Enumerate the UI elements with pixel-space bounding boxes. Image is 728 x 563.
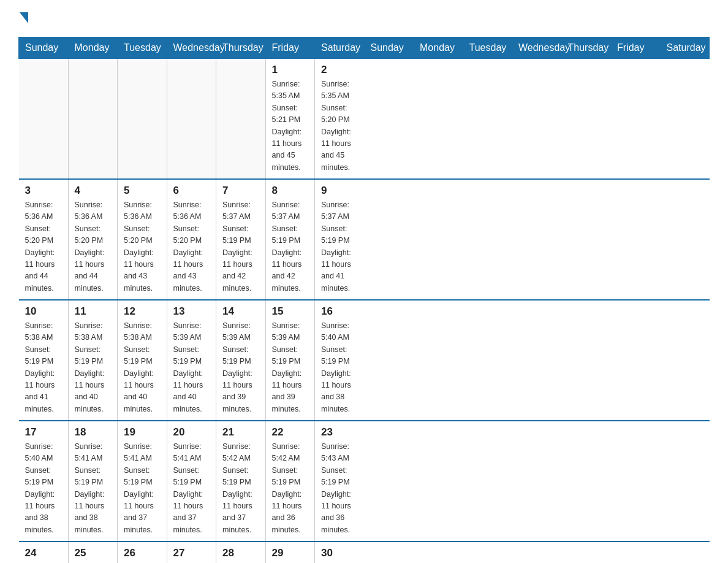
day-number: 13 [173,305,210,318]
calendar-cell: 1Sunrise: 5:35 AMSunset: 5:21 PMDaylight… [265,59,315,180]
col-header-sunday: Sunday [19,37,69,59]
calendar-cell: 17Sunrise: 5:40 AMSunset: 5:19 PMDayligh… [19,421,69,542]
col-header-thursday: Thursday [561,37,611,59]
calendar-cell: 4Sunrise: 5:36 AMSunset: 5:20 PMDaylight… [68,179,118,300]
day-info: Sunrise: 5:42 AMSunset: 5:19 PMDaylight:… [272,441,309,536]
calendar-cell: 20Sunrise: 5:41 AMSunset: 5:19 PMDayligh… [167,421,216,542]
calendar-cell: 6Sunrise: 5:36 AMSunset: 5:20 PMDaylight… [167,179,216,300]
calendar-cell: 28Sunrise: 5:45 AMSunset: 5:20 PMDayligh… [216,542,266,563]
calendar-cell [68,59,118,180]
calendar-week-row: 24Sunrise: 5:43 AMSunset: 5:19 PMDayligh… [19,542,710,563]
day-number: 5 [124,185,161,197]
day-number: 29 [272,547,309,559]
day-info: Sunrise: 5:39 AMSunset: 5:19 PMDaylight:… [222,320,259,415]
day-number: 17 [25,426,62,439]
day-info: Sunrise: 5:41 AMSunset: 5:19 PMDaylight:… [173,441,210,536]
calendar-cell: 8Sunrise: 5:37 AMSunset: 5:19 PMDaylight… [265,179,315,300]
col-header-tuesday: Tuesday [463,37,512,59]
day-number: 20 [173,426,210,439]
calendar-cell: 11Sunrise: 5:38 AMSunset: 5:19 PMDayligh… [68,300,118,421]
day-number: 11 [75,305,112,318]
day-info: Sunrise: 5:38 AMSunset: 5:19 PMDaylight:… [25,320,62,415]
day-number: 21 [222,426,259,439]
day-number: 1 [272,64,309,76]
col-header-wednesday: Wednesday [512,37,562,59]
calendar-cell: 14Sunrise: 5:39 AMSunset: 5:19 PMDayligh… [216,300,266,421]
col-header-saturday: Saturday [315,37,365,59]
day-number: 7 [222,185,259,197]
calendar-cell: 13Sunrise: 5:39 AMSunset: 5:19 PMDayligh… [167,300,216,421]
day-number: 16 [321,305,358,318]
col-header-thursday: Thursday [216,37,266,59]
calendar-cell: 26Sunrise: 5:44 AMSunset: 5:19 PMDayligh… [118,542,167,563]
day-info: Sunrise: 5:38 AMSunset: 5:19 PMDaylight:… [75,320,112,415]
calendar-cell: 7Sunrise: 5:37 AMSunset: 5:19 PMDaylight… [216,179,266,300]
day-info: Sunrise: 5:41 AMSunset: 5:19 PMDaylight:… [75,441,112,536]
calendar-cell: 12Sunrise: 5:38 AMSunset: 5:19 PMDayligh… [118,300,167,421]
day-info: Sunrise: 5:37 AMSunset: 5:19 PMDaylight:… [222,199,259,294]
page-header [18,12,710,26]
day-info: Sunrise: 5:40 AMSunset: 5:19 PMDaylight:… [321,320,358,415]
calendar-week-row: 1Sunrise: 5:35 AMSunset: 5:21 PMDaylight… [19,59,710,180]
calendar-cell: 21Sunrise: 5:42 AMSunset: 5:19 PMDayligh… [216,421,266,542]
day-info: Sunrise: 5:35 AMSunset: 5:20 PMDaylight:… [321,79,358,174]
day-info: Sunrise: 5:35 AMSunset: 5:21 PMDaylight:… [272,79,309,174]
calendar-cell: 5Sunrise: 5:36 AMSunset: 5:20 PMDaylight… [118,179,167,300]
day-number: 8 [272,185,309,197]
calendar-cell: 19Sunrise: 5:41 AMSunset: 5:19 PMDayligh… [118,421,167,542]
day-number: 24 [25,547,62,559]
logo-triangle-icon [20,12,28,23]
day-info: Sunrise: 5:37 AMSunset: 5:19 PMDaylight:… [321,199,358,294]
col-header-monday: Monday [68,37,118,59]
calendar-header-row: SundayMondayTuesdayWednesdayThursdayFrid… [19,37,710,59]
day-number: 23 [321,426,358,439]
logo [18,12,28,26]
calendar-cell: 3Sunrise: 5:36 AMSunset: 5:20 PMDaylight… [19,179,69,300]
day-number: 10 [25,305,62,318]
day-number: 30 [321,547,358,559]
col-header-friday: Friday [611,37,661,59]
col-header-sunday: Sunday [364,37,414,59]
day-number: 28 [222,547,259,559]
day-info: Sunrise: 5:42 AMSunset: 5:19 PMDaylight:… [222,441,259,536]
col-header-monday: Monday [414,37,463,59]
col-header-tuesday: Tuesday [118,37,167,59]
day-number: 14 [222,305,259,318]
col-header-wednesday: Wednesday [167,37,216,59]
calendar-cell: 18Sunrise: 5:41 AMSunset: 5:19 PMDayligh… [68,421,118,542]
day-number: 22 [272,426,309,439]
col-header-saturday: Saturday [660,37,710,59]
calendar-cell: 30Sunrise: 5:46 AMSunset: 5:20 PMDayligh… [315,542,365,563]
calendar-cell: 2Sunrise: 5:35 AMSunset: 5:20 PMDaylight… [315,59,365,180]
day-info: Sunrise: 5:36 AMSunset: 5:20 PMDaylight:… [124,199,161,294]
col-header-friday: Friday [265,37,315,59]
calendar-table: SundayMondayTuesdayWednesdayThursdayFrid… [18,37,710,563]
day-info: Sunrise: 5:40 AMSunset: 5:19 PMDaylight:… [25,441,62,536]
calendar-cell: 23Sunrise: 5:43 AMSunset: 5:19 PMDayligh… [315,421,365,542]
day-info: Sunrise: 5:43 AMSunset: 5:19 PMDaylight:… [321,441,358,536]
day-number: 6 [173,185,210,197]
day-number: 12 [124,305,161,318]
calendar-week-row: 10Sunrise: 5:38 AMSunset: 5:19 PMDayligh… [19,300,710,421]
day-number: 4 [75,185,112,197]
day-number: 26 [124,547,161,559]
day-info: Sunrise: 5:39 AMSunset: 5:19 PMDaylight:… [272,320,309,415]
day-number: 2 [321,64,358,76]
calendar-cell: 29Sunrise: 5:45 AMSunset: 5:20 PMDayligh… [265,542,315,563]
calendar-cell [118,59,167,180]
calendar-week-row: 3Sunrise: 5:36 AMSunset: 5:20 PMDaylight… [19,179,710,300]
day-number: 15 [272,305,309,318]
day-info: Sunrise: 5:36 AMSunset: 5:20 PMDaylight:… [173,199,210,294]
day-info: Sunrise: 5:36 AMSunset: 5:20 PMDaylight:… [25,199,62,294]
calendar-cell [216,59,266,180]
calendar-cell: 27Sunrise: 5:45 AMSunset: 5:20 PMDayligh… [167,542,216,563]
day-number: 25 [75,547,112,559]
day-info: Sunrise: 5:36 AMSunset: 5:20 PMDaylight:… [75,199,112,294]
day-number: 27 [173,547,210,559]
day-number: 19 [124,426,161,439]
day-info: Sunrise: 5:38 AMSunset: 5:19 PMDaylight:… [124,320,161,415]
calendar-cell [167,59,216,180]
day-number: 9 [321,185,358,197]
calendar-cell: 16Sunrise: 5:40 AMSunset: 5:19 PMDayligh… [315,300,365,421]
calendar-cell: 25Sunrise: 5:44 AMSunset: 5:19 PMDayligh… [68,542,118,563]
